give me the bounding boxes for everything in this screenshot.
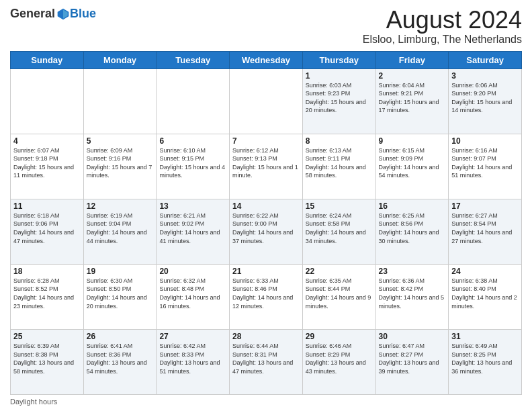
- day-info: Sunrise: 6:06 AMSunset: 9:20 PMDaylight:…: [451, 81, 519, 115]
- calendar-table: SundayMondayTuesdayWednesdayThursdayFrid…: [10, 51, 522, 395]
- day-number: 9: [379, 136, 446, 146]
- day-number: 1: [306, 71, 373, 81]
- day-info: Sunrise: 6:28 AMSunset: 8:52 PMDaylight:…: [13, 277, 81, 310]
- day-number: 27: [159, 332, 226, 341]
- calendar-cell: 27Sunrise: 6:42 AMSunset: 8:33 PMDayligh…: [157, 329, 230, 394]
- calendar-day-header: Friday: [375, 51, 449, 68]
- calendar-cell: 4Sunrise: 6:07 AMSunset: 9:18 PMDaylight…: [11, 134, 84, 199]
- day-info: Sunrise: 6:18 AMSunset: 9:06 PMDaylight:…: [13, 212, 81, 245]
- day-info: Sunrise: 6:35 AMSunset: 8:44 PMDaylight:…: [306, 277, 373, 310]
- day-number: 28: [232, 332, 300, 341]
- day-info: Sunrise: 6:46 AMSunset: 8:29 PMDaylight:…: [306, 342, 373, 375]
- calendar-cell: 20Sunrise: 6:32 AMSunset: 8:48 PMDayligh…: [157, 264, 230, 329]
- day-number: 6: [159, 136, 226, 146]
- calendar-cell: 8Sunrise: 6:13 AMSunset: 9:11 PMDaylight…: [302, 134, 375, 199]
- calendar-week-row: 25Sunrise: 6:39 AMSunset: 8:38 PMDayligh…: [11, 329, 522, 394]
- calendar-cell: 10Sunrise: 6:16 AMSunset: 9:07 PMDayligh…: [449, 134, 522, 199]
- day-info: Sunrise: 6:12 AMSunset: 9:13 PMDaylight:…: [232, 146, 300, 180]
- calendar-cell: 21Sunrise: 6:33 AMSunset: 8:46 PMDayligh…: [230, 264, 303, 329]
- calendar-cell: 2Sunrise: 6:04 AMSunset: 9:21 PMDaylight…: [375, 68, 449, 134]
- calendar-cell: [157, 68, 230, 134]
- day-number: 3: [451, 71, 519, 81]
- calendar-cell: 25Sunrise: 6:39 AMSunset: 8:38 PMDayligh…: [11, 329, 84, 394]
- day-info: Sunrise: 6:09 AMSunset: 9:16 PMDaylight:…: [87, 146, 154, 180]
- day-info: Sunrise: 6:07 AMSunset: 9:18 PMDaylight:…: [13, 146, 81, 180]
- day-info: Sunrise: 6:32 AMSunset: 8:48 PMDaylight:…: [159, 277, 226, 310]
- calendar-cell: 15Sunrise: 6:24 AMSunset: 8:58 PMDayligh…: [302, 199, 375, 264]
- day-info: Sunrise: 6:27 AMSunset: 8:54 PMDaylight:…: [451, 212, 519, 245]
- day-info: Sunrise: 6:41 AMSunset: 8:36 PMDaylight:…: [87, 342, 154, 375]
- day-number: 21: [232, 267, 300, 276]
- calendar-header-row: SundayMondayTuesdayWednesdayThursdayFrid…: [11, 51, 522, 68]
- logo-general-text: General: [10, 7, 55, 21]
- day-number: 24: [451, 267, 519, 276]
- day-info: Sunrise: 6:19 AMSunset: 9:04 PMDaylight:…: [87, 212, 154, 245]
- day-info: Sunrise: 6:03 AMSunset: 9:23 PMDaylight:…: [306, 81, 373, 115]
- day-info: Sunrise: 6:13 AMSunset: 9:11 PMDaylight:…: [306, 146, 373, 180]
- calendar-cell: [83, 68, 157, 134]
- calendar-cell: 26Sunrise: 6:41 AMSunset: 8:36 PMDayligh…: [83, 329, 157, 394]
- day-number: 4: [13, 136, 81, 146]
- title-block: August 2024 Elsloo, Limburg, The Netherl…: [363, 7, 522, 46]
- calendar-cell: 22Sunrise: 6:35 AMSunset: 8:44 PMDayligh…: [302, 264, 375, 329]
- calendar-cell: 7Sunrise: 6:12 AMSunset: 9:13 PMDaylight…: [230, 134, 303, 199]
- day-number: 7: [232, 136, 300, 146]
- calendar-day-header: Wednesday: [230, 51, 303, 68]
- calendar-cell: [230, 68, 303, 134]
- calendar-cell: 23Sunrise: 6:36 AMSunset: 8:42 PMDayligh…: [375, 264, 449, 329]
- calendar-cell: [11, 68, 84, 134]
- day-info: Sunrise: 6:36 AMSunset: 8:42 PMDaylight:…: [379, 277, 446, 310]
- day-number: 19: [87, 267, 154, 276]
- day-number: 15: [306, 201, 373, 211]
- logo-blue-text: Blue: [70, 7, 96, 21]
- calendar-cell: 16Sunrise: 6:25 AMSunset: 8:56 PMDayligh…: [375, 199, 449, 264]
- logo-icon: [56, 7, 70, 21]
- day-number: 8: [306, 136, 373, 146]
- calendar-cell: 24Sunrise: 6:38 AMSunset: 8:40 PMDayligh…: [449, 264, 522, 329]
- day-number: 11: [13, 201, 81, 211]
- calendar-cell: 31Sunrise: 6:49 AMSunset: 8:25 PMDayligh…: [449, 329, 522, 394]
- calendar-week-row: 11Sunrise: 6:18 AMSunset: 9:06 PMDayligh…: [11, 199, 522, 264]
- day-number: 13: [159, 201, 226, 211]
- day-number: 10: [451, 136, 519, 146]
- day-number: 25: [13, 332, 81, 341]
- calendar-cell: 9Sunrise: 6:15 AMSunset: 9:09 PMDaylight…: [375, 134, 449, 199]
- header: General Blue August 2024 Elsloo, Limburg…: [10, 7, 522, 46]
- day-info: Sunrise: 6:04 AMSunset: 9:21 PMDaylight:…: [379, 81, 446, 115]
- day-info: Sunrise: 6:33 AMSunset: 8:46 PMDaylight:…: [232, 277, 300, 310]
- day-info: Sunrise: 6:25 AMSunset: 8:56 PMDaylight:…: [379, 212, 446, 245]
- day-number: 23: [379, 267, 446, 276]
- day-info: Sunrise: 6:47 AMSunset: 8:27 PMDaylight:…: [379, 342, 446, 375]
- day-info: Sunrise: 6:22 AMSunset: 9:00 PMDaylight:…: [232, 212, 300, 245]
- day-info: Sunrise: 6:38 AMSunset: 8:40 PMDaylight:…: [451, 277, 519, 310]
- day-number: 22: [306, 267, 373, 276]
- day-info: Sunrise: 6:39 AMSunset: 8:38 PMDaylight:…: [13, 342, 81, 375]
- day-number: 12: [87, 201, 154, 211]
- day-number: 16: [379, 201, 446, 211]
- logo: General Blue: [10, 7, 96, 21]
- day-number: 2: [379, 71, 446, 81]
- calendar-week-row: 1Sunrise: 6:03 AMSunset: 9:23 PMDaylight…: [11, 68, 522, 134]
- day-number: 18: [13, 267, 81, 276]
- day-info: Sunrise: 6:42 AMSunset: 8:33 PMDaylight:…: [159, 342, 226, 375]
- main-title: August 2024: [363, 7, 522, 34]
- subtitle: Elsloo, Limburg, The Netherlands: [363, 34, 522, 46]
- day-info: Sunrise: 6:30 AMSunset: 8:50 PMDaylight:…: [87, 277, 154, 310]
- calendar-cell: 29Sunrise: 6:46 AMSunset: 8:29 PMDayligh…: [302, 329, 375, 394]
- day-info: Sunrise: 6:49 AMSunset: 8:25 PMDaylight:…: [451, 342, 519, 375]
- calendar-cell: 30Sunrise: 6:47 AMSunset: 8:27 PMDayligh…: [375, 329, 449, 394]
- calendar-cell: 1Sunrise: 6:03 AMSunset: 9:23 PMDaylight…: [302, 68, 375, 134]
- day-number: 29: [306, 332, 373, 341]
- calendar-day-header: Monday: [83, 51, 157, 68]
- day-info: Sunrise: 6:44 AMSunset: 8:31 PMDaylight:…: [232, 342, 300, 375]
- calendar-day-header: Tuesday: [157, 51, 230, 68]
- day-info: Sunrise: 6:24 AMSunset: 8:58 PMDaylight:…: [306, 212, 373, 245]
- day-info: Sunrise: 6:15 AMSunset: 9:09 PMDaylight:…: [379, 146, 446, 180]
- calendar-day-header: Sunday: [11, 51, 84, 68]
- calendar-cell: 18Sunrise: 6:28 AMSunset: 8:52 PMDayligh…: [11, 264, 84, 329]
- calendar-cell: 17Sunrise: 6:27 AMSunset: 8:54 PMDayligh…: [449, 199, 522, 264]
- footer: Daylight hours: [10, 398, 522, 406]
- calendar-cell: 12Sunrise: 6:19 AMSunset: 9:04 PMDayligh…: [83, 199, 157, 264]
- calendar-week-row: 18Sunrise: 6:28 AMSunset: 8:52 PMDayligh…: [11, 264, 522, 329]
- page: General Blue August 2024 Elsloo, Limburg…: [0, 0, 532, 411]
